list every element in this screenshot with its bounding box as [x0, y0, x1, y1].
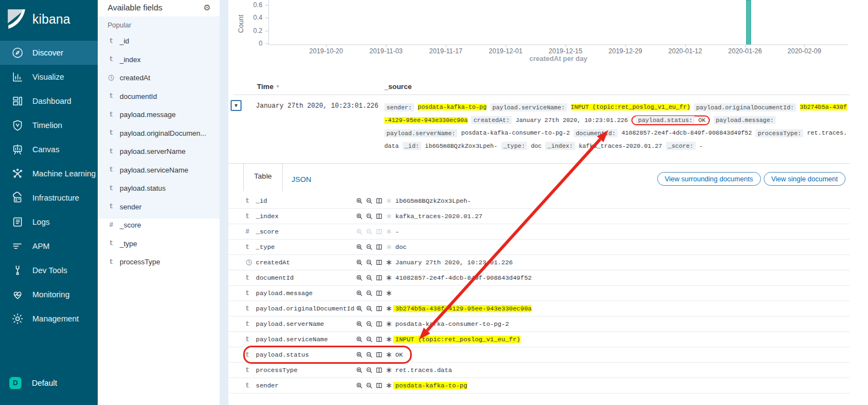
sidebar-item-monitoring[interactable]: Monitoring: [0, 282, 98, 307]
tab-table[interactable]: Table: [243, 163, 283, 191]
sidebar-item-infrastructure[interactable]: Infrastructure: [0, 186, 98, 210]
discover-main: Count 0.60.40.20 2019-10-202019-11-03201…: [228, 0, 868, 405]
sidebar-item-dev-tools[interactable]: Dev Tools: [0, 258, 98, 282]
asterisk-icon[interactable]: [385, 243, 393, 251]
sidebar-item-management[interactable]: Management: [0, 307, 98, 331]
field-item-_index[interactable]: t_index: [98, 51, 220, 69]
magnify-plus-icon[interactable]: [356, 259, 363, 266]
magnify-plus-icon[interactable]: [356, 336, 363, 343]
magnify-plus-icon[interactable]: [356, 320, 363, 328]
magnify-plus-icon[interactable]: [356, 213, 363, 220]
asterisk-icon[interactable]: [385, 336, 393, 343]
toggle-column-icon[interactable]: [376, 213, 383, 220]
toggle-column-icon[interactable]: [376, 305, 383, 312]
magnify-minus-icon[interactable]: [366, 243, 373, 251]
toggle-column-icon[interactable]: [376, 243, 383, 251]
field-type-letter: t: [245, 197, 256, 205]
collapse-row-toggle[interactable]: ▼: [231, 100, 242, 111]
toggle-column-icon[interactable]: [376, 259, 383, 266]
magnify-minus-icon[interactable]: [366, 213, 373, 220]
gear-icon[interactable]: ⚙: [204, 3, 211, 12]
asterisk-icon[interactable]: [385, 320, 393, 328]
tab-json[interactable]: JSON: [286, 168, 317, 191]
toggle-column-icon[interactable]: [376, 336, 383, 343]
toggle-column-icon[interactable]: [376, 320, 383, 328]
table-row-payload.status: tpayload.statusOK: [228, 347, 850, 363]
magnify-plus-icon[interactable]: [356, 274, 363, 281]
asterisk-icon[interactable]: [385, 259, 393, 266]
asterisk-icon[interactable]: [385, 382, 393, 389]
asterisk-icon[interactable]: [385, 305, 393, 312]
view-surrounding-documents-button[interactable]: View surrounding documents: [657, 172, 761, 186]
logs-icon: [11, 215, 24, 229]
field-item-createdAt[interactable]: createdAt: [98, 69, 220, 87]
sidebar-item-machine-learning[interactable]: Machine Learning: [0, 162, 98, 186]
field-item-payload.serviceName[interactable]: tpayload.serviceName: [98, 161, 220, 180]
magnify-plus-icon[interactable]: [356, 367, 363, 374]
sidebar-item-apm[interactable]: APM: [0, 234, 98, 258]
magnify-minus-icon[interactable]: [366, 382, 373, 389]
field-item-documentId[interactable]: tdocumentId: [98, 87, 220, 106]
toggle-column-icon[interactable]: [376, 367, 383, 374]
field-item-payload.message[interactable]: tpayload.message: [98, 106, 220, 124]
machine-learning-icon: [11, 167, 24, 180]
magnify-minus-icon[interactable]: [366, 197, 373, 204]
toggle-column-icon[interactable]: [376, 351, 383, 358]
magnify-plus-icon[interactable]: [356, 290, 363, 297]
space-switcher[interactable]: D Default: [0, 371, 98, 395]
magnify-plus-icon[interactable]: [356, 305, 363, 312]
field-type-letter: t: [245, 367, 256, 374]
toggle-column-icon[interactable]: [376, 290, 383, 297]
asterisk-icon[interactable]: [385, 213, 393, 220]
magnify-minus-icon[interactable]: [366, 305, 373, 312]
magnify-plus-icon[interactable]: [356, 197, 363, 204]
field-item-processType[interactable]: tprocessType: [98, 253, 220, 271]
magnify-minus-icon[interactable]: [366, 367, 373, 374]
magnify-minus-icon[interactable]: [366, 351, 373, 358]
sidebar-item-visualize[interactable]: Visualize: [0, 65, 98, 89]
toggle-column-icon[interactable]: [376, 197, 383, 204]
toggle-column-icon[interactable]: [376, 274, 383, 281]
sidebar-item-discover[interactable]: Discover: [0, 41, 98, 65]
toggle-column-icon[interactable]: [376, 382, 383, 389]
column-header-time[interactable]: Time▼: [257, 82, 280, 91]
magnify-minus-icon[interactable]: [366, 336, 373, 343]
space-badge[interactable]: D: [9, 377, 21, 389]
toggle-column-icon[interactable]: [376, 228, 383, 235]
field-item-payload.serverName[interactable]: tpayload.serverName: [98, 142, 220, 161]
magnify-plus-icon[interactable]: [356, 351, 363, 358]
doc-row-actions: [356, 367, 393, 374]
asterisk-icon[interactable]: [385, 290, 393, 297]
magnify-minus-icon[interactable]: [366, 274, 373, 281]
field-item-payload.originalDocumen...[interactable]: tpayload.originalDocumen...: [98, 124, 220, 143]
field-name: _score: [120, 221, 141, 229]
magnify-plus-icon[interactable]: [356, 228, 363, 235]
asterisk-icon[interactable]: [385, 367, 393, 374]
sidebar-item-dashboard[interactable]: Dashboard: [0, 89, 98, 113]
field-type-letter: t: [245, 305, 256, 313]
magnify-plus-icon[interactable]: [356, 243, 363, 251]
field-item-_type[interactable]: t_type: [98, 235, 220, 253]
field-name: sender: [120, 203, 142, 211]
magnify-minus-icon[interactable]: [366, 320, 373, 328]
asterisk-icon[interactable]: [385, 274, 393, 281]
sidebar-item-logs[interactable]: Logs: [0, 210, 98, 234]
asterisk-icon[interactable]: [385, 228, 393, 235]
field-item-sender[interactable]: tsender: [98, 198, 220, 217]
asterisk-icon[interactable]: [385, 197, 393, 204]
column-header-source[interactable]: _source: [384, 82, 412, 91]
magnify-minus-icon[interactable]: [366, 290, 373, 297]
histogram-bar[interactable]: [746, 0, 751, 45]
magnify-minus-icon[interactable]: [366, 228, 373, 235]
field-item-payload.status[interactable]: tpayload.status: [98, 179, 220, 198]
sidebar-item-canvas[interactable]: Canvas: [0, 137, 98, 162]
asterisk-icon[interactable]: [385, 351, 393, 358]
field-item-_score[interactable]: #_score: [98, 216, 220, 235]
doc-field-value: kafka_traces-2020.01.27: [393, 213, 483, 220]
field-type-letter: t: [108, 240, 115, 247]
magnify-plus-icon[interactable]: [356, 382, 363, 389]
field-item-_id[interactable]: t_id: [98, 32, 220, 51]
view-single-document-button[interactable]: View single document: [764, 172, 845, 186]
magnify-minus-icon[interactable]: [366, 259, 373, 266]
sidebar-item-timelion[interactable]: Timelion: [0, 113, 98, 137]
